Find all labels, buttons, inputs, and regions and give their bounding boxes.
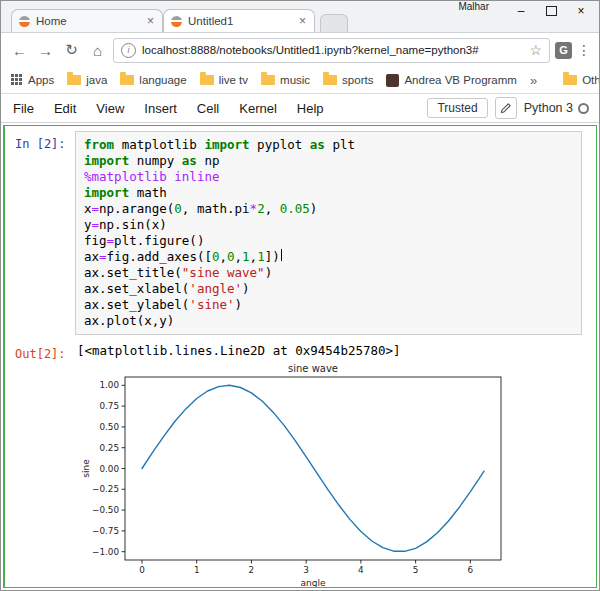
bookmarks-bar: Apps java language live tv music sports … <box>1 67 599 94</box>
bookmark-andrea-vb[interactable]: Andrea VB Programm <box>386 74 517 87</box>
bookmark-label: sports <box>342 74 373 86</box>
bookmark-favicon <box>386 74 399 87</box>
menu-cell[interactable]: Cell <box>187 97 229 120</box>
bookmark-label: Apps <box>28 74 54 86</box>
svg-text:6: 6 <box>468 565 474 575</box>
folder-icon <box>67 75 81 85</box>
menu-help[interactable]: Help <box>287 97 334 120</box>
trusted-button[interactable]: Trusted <box>427 98 487 118</box>
folder-icon <box>200 75 214 85</box>
home-icon[interactable]: ⌂ <box>87 42 108 59</box>
svg-text:0.00: 0.00 <box>99 464 119 474</box>
jupyter-favicon <box>19 16 30 27</box>
tab-strip: Home × Untitled1 × Malhar – × <box>1 1 599 33</box>
apps-grid-icon <box>11 74 14 77</box>
svg-text:angle: angle <box>301 578 326 588</box>
svg-text:5: 5 <box>413 565 419 575</box>
extension-icon[interactable]: G <box>555 42 572 59</box>
bookmark-label: Andrea VB Programm <box>404 74 517 86</box>
bookmark-folder-live-tv[interactable]: live tv <box>200 74 248 86</box>
maximize-icon <box>546 6 557 16</box>
apps-shortcut[interactable]: Apps <box>11 74 54 86</box>
bookmark-star-icon[interactable]: ☆ <box>529 42 542 58</box>
svg-text:2: 2 <box>249 565 255 575</box>
code-editor[interactable]: from matplotlib import pyplot as pltimpo… <box>75 131 582 335</box>
input-prompt: In [2]: <box>5 131 71 151</box>
bookmark-folder-music[interactable]: music <box>261 74 310 86</box>
bookmark-label: java <box>86 74 107 86</box>
edit-title-button[interactable] <box>495 97 517 119</box>
kernel-indicator: Python 3 <box>524 101 589 115</box>
svg-text:−0.25: −0.25 <box>92 484 119 494</box>
minimize-button[interactable]: – <box>506 1 536 20</box>
notebook-menubar: File Edit View Insert Cell Kernel Help T… <box>1 94 599 122</box>
bookmark-folder-sports[interactable]: sports <box>323 74 373 86</box>
bookmark-folder-language[interactable]: language <box>120 74 186 86</box>
close-button[interactable]: × <box>566 1 596 20</box>
output-prompt: Out[2]: <box>5 339 71 361</box>
svg-text:−0.50: −0.50 <box>92 505 119 515</box>
window-controls: – × <box>506 1 596 20</box>
maximize-button[interactable] <box>536 1 566 20</box>
refresh-icon[interactable]: ↻ <box>61 41 82 59</box>
kernel-status-icon <box>578 103 589 114</box>
folder-icon <box>563 75 577 85</box>
output-area: [<matplotlib.lines.Line2D at 0x9454b2578… <box>75 339 596 588</box>
bookmark-folder-java[interactable]: java <box>67 74 107 86</box>
menu-edit[interactable]: Edit <box>44 97 86 120</box>
menu-view[interactable]: View <box>86 97 134 120</box>
browser-window: Home × Untitled1 × Malhar – × ← → ↻ ⌂ i … <box>0 0 600 591</box>
new-tab-button[interactable] <box>320 14 348 32</box>
folder-icon <box>261 75 275 85</box>
bookmark-label: live tv <box>219 74 248 86</box>
browser-menu-icon[interactable]: ⋮ <box>577 42 591 58</box>
browser-toolbar: ← → ↻ ⌂ i localhost:8888/notebooks/Untit… <box>1 33 599 67</box>
svg-text:0: 0 <box>139 565 145 575</box>
selected-code-cell[interactable]: In [2]: from matplotlib import pyplot as… <box>3 125 597 588</box>
menu-file[interactable]: File <box>11 97 44 120</box>
bookmark-label: language <box>139 74 186 86</box>
tab-untitled1[interactable]: Untitled1 × <box>163 9 315 32</box>
forward-icon[interactable]: → <box>35 42 56 59</box>
svg-text:3: 3 <box>303 565 309 575</box>
svg-text:−1.00: −1.00 <box>92 547 119 557</box>
page-info-icon[interactable]: i <box>121 43 136 58</box>
bookmark-label: Other bookmarks <box>582 74 600 86</box>
svg-text:−0.75: −0.75 <box>92 526 119 536</box>
svg-text:1.00: 1.00 <box>99 380 119 390</box>
jupyter-favicon <box>171 16 182 27</box>
bookmarks-overflow-chevron[interactable]: » <box>530 73 537 88</box>
tab-home[interactable]: Home × <box>11 9 163 32</box>
tab-title: Untitled1 <box>188 15 292 27</box>
back-icon[interactable]: ← <box>9 42 30 59</box>
bookmark-label: music <box>280 74 310 86</box>
tab-close-icon[interactable]: × <box>146 14 155 28</box>
sine-wave-plot: 0123456−1.00−0.75−0.50−0.250.000.250.500… <box>75 362 511 588</box>
menu-insert[interactable]: Insert <box>134 97 187 120</box>
svg-text:sine wave: sine wave <box>288 363 338 374</box>
svg-text:0.50: 0.50 <box>99 422 119 432</box>
url-text[interactable]: localhost:8888/notebooks/Untitled1.ipynb… <box>142 44 523 56</box>
notebook-body: In [2]: from matplotlib import pyplot as… <box>1 123 599 590</box>
other-bookmarks[interactable]: Other bookmarks <box>563 74 600 86</box>
input-row: In [2]: from matplotlib import pyplot as… <box>5 131 596 335</box>
svg-text:0.75: 0.75 <box>99 401 119 411</box>
text-cursor <box>281 249 282 261</box>
tab-title: Home <box>36 15 140 27</box>
output-row: Out[2]: [<matplotlib.lines.Line2D at 0x9… <box>5 339 596 588</box>
menu-kernel[interactable]: Kernel <box>229 97 287 120</box>
folder-icon <box>323 75 337 85</box>
pencil-icon <box>500 103 511 114</box>
svg-text:4: 4 <box>358 565 364 575</box>
address-bar[interactable]: i localhost:8888/notebooks/Untitled1.ipy… <box>113 38 550 63</box>
svg-text:1: 1 <box>194 565 200 575</box>
menubar-right: Trusted Python 3 <box>427 97 589 119</box>
os-user-label: Malhar <box>458 1 489 12</box>
tab-close-icon[interactable]: × <box>298 14 307 28</box>
kernel-name: Python 3 <box>524 101 573 115</box>
output-repr-text: [<matplotlib.lines.Line2D at 0x9454b2578… <box>75 339 596 360</box>
svg-text:0.25: 0.25 <box>99 443 119 453</box>
svg-text:sine: sine <box>81 459 91 478</box>
folder-icon <box>120 75 134 85</box>
